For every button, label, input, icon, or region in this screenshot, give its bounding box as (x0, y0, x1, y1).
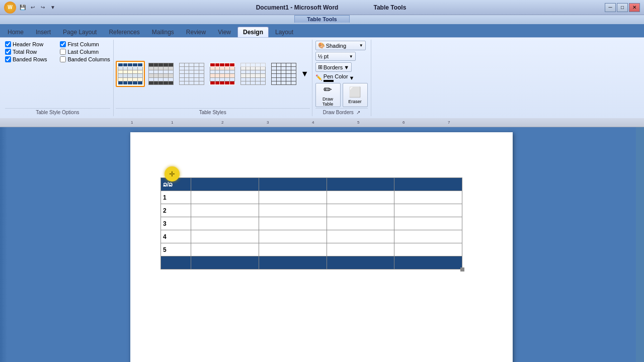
shading-label: Shading (326, 43, 346, 49)
banded-rows-option[interactable]: Banded Rows (5, 56, 55, 63)
tab-review[interactable]: Review (181, 27, 211, 37)
shading-arrow-icon: ▼ (359, 43, 363, 48)
tab-layout[interactable]: Layout (270, 27, 299, 37)
line-weight-dropdown[interactable]: ½ pt ▼ (315, 52, 356, 61)
banded-columns-option[interactable]: Banded Columns (60, 56, 110, 63)
row2-cell3[interactable] (327, 204, 394, 217)
header-cell-2[interactable] (259, 178, 327, 191)
pen-color-label: Pen Color (324, 73, 348, 79)
header-cell-1[interactable] (191, 178, 259, 191)
table-style-4[interactable] (208, 61, 237, 87)
borders-arrow-icon: ▼ (344, 64, 349, 70)
total-cell3[interactable] (327, 256, 394, 269)
draw-table-label: DrawTable (323, 97, 334, 107)
table-style-2[interactable] (146, 61, 176, 87)
tab-references[interactable]: References (103, 27, 145, 37)
last-column-checkbox[interactable] (60, 49, 66, 55)
banded-columns-checkbox[interactable] (60, 56, 66, 62)
row1-cell1[interactable] (191, 191, 259, 204)
header-cell-3[interactable] (327, 178, 394, 191)
total-cell1[interactable] (191, 256, 259, 269)
header-cell-4[interactable] (394, 178, 462, 191)
borders-dropdown[interactable]: ⊞ Borders ▼ (315, 62, 352, 72)
row3-cell2[interactable] (259, 217, 327, 230)
banded-rows-checkbox[interactable] (5, 56, 11, 62)
table-styles-group: ▼ Table Styles (114, 40, 312, 116)
total-cell0[interactable] (161, 256, 191, 269)
table-style-6[interactable] (269, 61, 298, 87)
row5-cell1[interactable] (191, 243, 259, 256)
row5-cell4[interactable] (394, 243, 462, 256)
draw-borders-collapse[interactable]: ↗ (356, 110, 360, 115)
table-style-5[interactable] (238, 61, 268, 87)
minimize-button[interactable]: ─ (605, 3, 616, 12)
row4-cell3[interactable] (327, 230, 394, 243)
row5-cell2[interactable] (259, 243, 327, 256)
draw-borders-label: Draw Borders ↗ (315, 108, 368, 115)
row2-cell0[interactable]: 2 (161, 204, 191, 217)
row3-cell1[interactable] (191, 217, 259, 230)
row5-cell0[interactable]: 5 (161, 243, 191, 256)
total-row-checkbox[interactable] (5, 49, 11, 55)
window-title: Document1 - Microsoft Word Table Tools (57, 4, 605, 11)
shading-dropdown[interactable]: 🎨 Shading ▼ (315, 41, 366, 50)
row1-cell4[interactable] (394, 191, 462, 204)
total-cell4[interactable] (394, 256, 462, 269)
table-style-options-label: Table Style Options (5, 108, 110, 115)
pen-icon: ✏️ (315, 74, 323, 81)
draw-borders-content: 🎨 Shading ▼ ½ pt ▼ ⊞ Borders ▼ (315, 41, 368, 82)
style-options-list: Header Row First Column Total Row Last C… (5, 41, 110, 107)
row4-cell4[interactable] (394, 230, 462, 243)
undo-quick-btn[interactable]: ↩ (28, 3, 37, 12)
first-column-checkbox[interactable] (60, 41, 66, 47)
eraser-button[interactable]: ⬜ Eraser (343, 83, 368, 107)
total-row-option[interactable]: Total Row (5, 48, 55, 55)
row3-cell3[interactable] (327, 217, 394, 230)
pen-color-controls: Pen Color (324, 73, 348, 82)
tab-insert[interactable]: Insert (30, 27, 56, 37)
header-row-checkbox[interactable] (5, 41, 11, 47)
table-resize-handle[interactable] (460, 267, 464, 272)
document-scroll-area[interactable]: ✛ ລ/ລ 1 (7, 127, 636, 362)
office-logo: W (4, 2, 16, 14)
right-scrollbar[interactable] (636, 127, 644, 362)
row2-cell1[interactable] (191, 204, 259, 217)
table-style-3[interactable] (177, 61, 206, 87)
row4-cell0[interactable]: 4 (161, 230, 191, 243)
table-style-1[interactable] (116, 61, 145, 87)
line-weight-label: ½ pt (318, 53, 329, 59)
draw-borders-group: 🎨 Shading ▼ ½ pt ▼ ⊞ Borders ▼ (312, 40, 371, 116)
table-styles-label: Table Styles (116, 108, 310, 115)
row5-cell3[interactable] (327, 243, 394, 256)
total-cell2[interactable] (259, 256, 327, 269)
dropdown-quick-btn[interactable]: ▼ (48, 3, 57, 12)
row1-cell0[interactable]: 1 (161, 191, 191, 204)
table-row: 4 (161, 230, 462, 243)
save-quick-btn[interactable]: 💾 (18, 3, 27, 12)
row4-cell2[interactable] (259, 230, 327, 243)
draw-table-button[interactable]: ✏ DrawTable (315, 83, 341, 107)
tab-home[interactable]: Home (2, 27, 29, 37)
header-row-option[interactable]: Header Row (5, 41, 55, 48)
line-weight-row: ½ pt ▼ (315, 52, 368, 61)
last-column-option[interactable]: Last Column (60, 48, 110, 55)
row4-cell1[interactable] (191, 230, 259, 243)
restore-button[interactable]: □ (617, 3, 628, 12)
tab-design[interactable]: Design (237, 27, 269, 37)
table-styles-scroll[interactable]: ▼ (300, 69, 310, 78)
first-column-option[interactable]: First Column (60, 41, 110, 48)
close-button[interactable]: ✕ (629, 3, 640, 12)
row1-cell2[interactable] (259, 191, 327, 204)
redo-quick-btn[interactable]: ↪ (38, 3, 47, 12)
title-bar-left: W 💾 ↩ ↪ ▼ (4, 2, 57, 14)
tab-view[interactable]: View (212, 27, 236, 37)
row3-cell0[interactable]: 3 (161, 217, 191, 230)
tab-pagelayout[interactable]: Page Layout (57, 27, 102, 37)
table-row: 3 (161, 217, 462, 230)
row3-cell4[interactable] (394, 217, 462, 230)
row2-cell4[interactable] (394, 204, 462, 217)
tab-mailings[interactable]: Mailings (146, 27, 180, 37)
row2-cell2[interactable] (259, 204, 327, 217)
pen-color-button[interactable]: ✏️ Pen Color ▼ (315, 73, 355, 82)
row1-cell3[interactable] (327, 191, 394, 204)
